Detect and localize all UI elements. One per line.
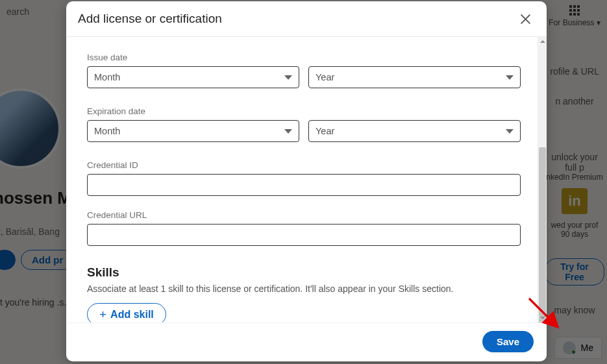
expiration-month-select[interactable]: Month	[87, 120, 299, 142]
skills-heading: Skills	[87, 265, 521, 280]
close-icon	[520, 14, 531, 25]
add-skill-label: Add skill	[110, 309, 154, 321]
modal-title: Add license or certification	[78, 12, 222, 26]
credential-url-group: Credential URL	[87, 210, 521, 246]
chevron-down-icon	[506, 129, 514, 134]
expiration-year-value: Year	[316, 126, 334, 136]
scroll-down-icon	[539, 315, 546, 321]
modal-header: Add license or certification	[66, 1, 547, 37]
credential-url-input[interactable]	[87, 224, 521, 246]
add-license-modal: Add license or certification Issue date …	[66, 1, 547, 361]
chevron-down-icon	[506, 75, 514, 80]
close-button[interactable]	[515, 9, 535, 29]
save-button[interactable]: Save	[482, 331, 534, 352]
issue-month-value: Month	[94, 72, 120, 82]
credential-id-label: Credential ID	[87, 160, 521, 170]
credential-id-input[interactable]	[87, 174, 521, 196]
credential-url-label: Credential URL	[87, 210, 521, 220]
expiration-month-value: Month	[94, 126, 120, 136]
scrollbar-thumb[interactable]	[539, 147, 546, 322]
issue-date-group: Issue date Month Year	[87, 53, 521, 88]
modal-footer: Save	[66, 322, 547, 361]
issue-year-value: Year	[316, 72, 334, 82]
skills-description: Associate at least 1 skill to this licen…	[87, 284, 521, 294]
chevron-down-icon	[284, 75, 292, 80]
credential-id-group: Credential ID	[87, 160, 521, 196]
issue-date-label: Issue date	[87, 53, 521, 62]
plus-icon: +	[99, 308, 106, 321]
scrollbar[interactable]	[538, 37, 547, 322]
expiration-date-group: Expiration date Month Year	[87, 106, 521, 142]
expiration-date-label: Expiration date	[87, 106, 521, 116]
expiration-year-select[interactable]: Year	[308, 120, 521, 142]
issue-month-select[interactable]: Month	[87, 66, 299, 88]
add-skill-button[interactable]: + Add skill	[87, 303, 166, 322]
chevron-down-icon	[284, 129, 292, 134]
scroll-up-icon	[539, 38, 546, 45]
issue-year-select[interactable]: Year	[308, 66, 521, 88]
